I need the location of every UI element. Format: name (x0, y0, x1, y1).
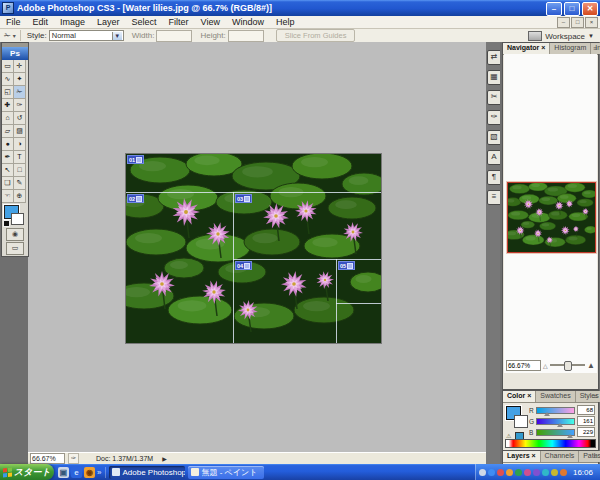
rectangular-marquee-tool[interactable]: ▭ (2, 60, 14, 73)
menu-layer[interactable]: Layer (91, 16, 126, 28)
doc-close-button[interactable]: × (585, 17, 598, 28)
background-color-swatch[interactable] (11, 213, 24, 225)
clone-stamp-tool[interactable]: ⌂ (2, 112, 14, 125)
tray-icon[interactable] (524, 469, 531, 476)
navigator-proxy-preview[interactable] (507, 182, 596, 253)
blur-tool[interactable]: ● (2, 138, 14, 151)
b-value-input[interactable]: 229 (577, 427, 595, 437)
slice-label-04[interactable]: 04 (235, 261, 252, 270)
tray-icon[interactable] (533, 469, 540, 476)
menu-edit[interactable]: Edit (27, 16, 55, 28)
dodge-tool[interactable]: ◑ (14, 138, 26, 151)
workspace-switcher[interactable]: Workspace ▼ (528, 31, 594, 41)
slider-handle[interactable] (567, 434, 573, 438)
notes-tool[interactable]: ❏ (2, 177, 14, 190)
menu-help[interactable]: Help (270, 16, 301, 28)
slice-boundary-line[interactable] (233, 192, 234, 343)
panel-menu-icon[interactable]: ≡ (593, 44, 597, 53)
shape-tool[interactable]: □ (14, 164, 26, 177)
tray-icon[interactable] (551, 469, 558, 476)
close-button[interactable]: ✕ (582, 2, 598, 16)
layers-tab-channels[interactable]: Channels (541, 451, 580, 462)
color-tab-color[interactable]: Color × (503, 391, 536, 402)
slice-label-01[interactable]: 01 (127, 155, 144, 164)
menu-view[interactable]: View (195, 16, 226, 28)
tray-icon[interactable] (515, 469, 522, 476)
eraser-tool[interactable]: ▱ (2, 125, 14, 138)
navigator-zoom-input[interactable]: 66.67% (506, 360, 541, 371)
b-slider[interactable] (536, 429, 575, 436)
path-selection-tool[interactable]: ↖ (2, 164, 14, 177)
width-input[interactable] (156, 30, 192, 42)
type-tool[interactable]: T (14, 151, 26, 164)
screen-mode-button[interactable]: ▭ (6, 242, 24, 255)
menu-window[interactable]: Window (226, 16, 270, 28)
doc-minimize-button[interactable]: – (557, 17, 570, 28)
color-spectrum-ramp[interactable] (505, 439, 596, 448)
hand-tool[interactable]: ☜ (2, 190, 14, 203)
navigator-zoom-slider[interactable] (550, 364, 585, 366)
taskbar-task-1[interactable]: Adobe Photoshop CS.. (109, 466, 185, 479)
layers-tab-layers[interactable]: Layers × (503, 451, 541, 462)
healing-brush-tool[interactable]: ✚ (2, 99, 14, 112)
g-value-input[interactable]: 161 (577, 416, 595, 426)
taskbar-task-2[interactable]: 無題 - ペイント (188, 466, 264, 479)
start-button[interactable]: スタート (0, 464, 54, 480)
eyedropper-tool[interactable]: ✎ (14, 177, 26, 190)
show-desktop-icon[interactable]: ▣ (58, 467, 69, 478)
gamut-warning-icon[interactable]: ⚠ (506, 432, 511, 439)
menu-select[interactable]: Select (126, 16, 163, 28)
zoom-tool[interactable]: ⊕ (14, 190, 26, 203)
default-colors-icon[interactable] (3, 220, 10, 227)
height-input[interactable] (228, 30, 264, 42)
slice-boundary-line[interactable] (336, 303, 381, 304)
slider-handle[interactable] (544, 412, 550, 416)
tray-icon[interactable] (542, 469, 549, 476)
menu-file[interactable]: File (0, 16, 27, 28)
tray-icon[interactable] (497, 469, 504, 476)
pen-tool[interactable]: ✒ (2, 151, 14, 164)
slice-tool[interactable]: ✁ (14, 86, 26, 99)
brush-tool[interactable]: ✑ (14, 99, 26, 112)
minimize-button[interactable]: – (546, 2, 562, 16)
color-tab-swatches[interactable]: Swatches (536, 391, 575, 402)
slider-handle[interactable] (557, 423, 563, 427)
zoom-slider-handle[interactable] (564, 361, 572, 371)
menu-filter[interactable]: Filter (163, 16, 195, 28)
g-slider[interactable] (536, 418, 575, 425)
move-tool[interactable]: ✛ (14, 60, 26, 73)
magic-wand-tool[interactable]: ✦ (14, 73, 26, 86)
slice-boundary-line[interactable] (336, 259, 337, 343)
history-brush-tool[interactable]: ↺ (14, 112, 26, 125)
navigator-tab-navigator[interactable]: Navigator × (503, 43, 550, 54)
menu-image[interactable]: Image (54, 16, 91, 28)
ie-icon[interactable]: e (71, 467, 82, 478)
zoom-in-icon[interactable]: ▲ (587, 361, 595, 370)
tray-icon[interactable] (479, 469, 486, 476)
slice-label-02[interactable]: 02 (127, 194, 144, 203)
background-color-swatch[interactable] (514, 415, 528, 428)
document-canvas-image[interactable]: 0102030405 (125, 153, 382, 344)
slice-label-05[interactable]: 05 (338, 261, 355, 270)
tool-preset-picker[interactable]: ✁ ▾ (0, 30, 21, 41)
tray-icon[interactable] (506, 469, 513, 476)
r-value-input[interactable]: 68 (577, 405, 595, 415)
doc-restore-button[interactable]: □ (571, 17, 584, 28)
media-player-icon[interactable]: ◉ (84, 467, 95, 478)
slices-from-guides-button[interactable]: Slice From Guides (276, 29, 356, 42)
slice-label-03[interactable]: 03 (235, 194, 252, 203)
status-menu-arrow[interactable]: ▶ (162, 455, 167, 462)
gradient-tool[interactable]: ▨ (14, 125, 26, 138)
zoom-out-icon[interactable]: △ (543, 362, 548, 369)
tray-icon[interactable] (488, 469, 495, 476)
slice-boundary-line[interactable] (126, 192, 381, 193)
crop-tool[interactable]: ◱ (2, 86, 14, 99)
panel-menu-icon[interactable]: ≡ (593, 452, 597, 461)
restore-button[interactable]: □ (564, 2, 580, 16)
panel-menu-icon[interactable]: ≡ (593, 392, 597, 401)
slice-boundary-line[interactable] (233, 259, 381, 260)
style-dropdown[interactable]: Normal ▼ (49, 30, 124, 41)
quick-launch-overflow[interactable]: » (97, 468, 101, 477)
r-slider[interactable] (536, 407, 575, 414)
lasso-tool[interactable]: ∿ (2, 73, 14, 86)
